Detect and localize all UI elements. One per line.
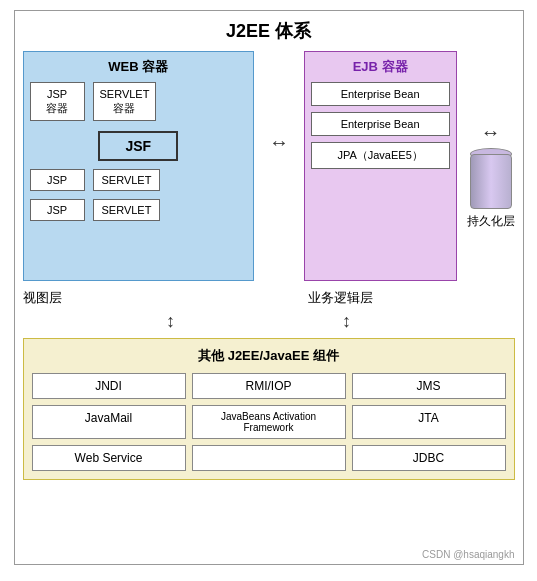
web-bottom-rows: JSP SERVLET JSP SERVLET [30, 169, 248, 221]
cylinder-body [470, 154, 512, 209]
top-section: WEB 容器 JSP 容器 SERVLET 容器 JSF JSP SERVLET [23, 51, 515, 281]
empty-box [192, 445, 346, 471]
web-row-1: JSP SERVLET [30, 169, 248, 191]
watermark: CSDN @hsaqiangkh [422, 549, 514, 560]
web-top-boxes: JSP 容器 SERVLET 容器 [30, 82, 248, 121]
servlet-box-2: SERVLET [93, 199, 161, 221]
webservice-box: Web Service [32, 445, 186, 471]
activation-box: JavaBeans Activation Framework [192, 405, 346, 439]
ejb-container-title: EJB 容器 [311, 58, 450, 76]
arrow-down-1: ↕ [166, 311, 175, 332]
jdbc-box: JDBC [352, 445, 506, 471]
jsf-box: JSF [98, 131, 178, 161]
cylinder-label: 持久化层 [467, 213, 515, 230]
labels-row: 视图层 业务逻辑层 [23, 289, 515, 307]
web-ejb-arrow-col: ↔ [264, 51, 294, 154]
jpa-box: JPA（JavaEE5） [311, 142, 450, 169]
spacer [268, 289, 298, 307]
bidirectional-arrow: ↔ [269, 131, 289, 154]
web-container-title: WEB 容器 [30, 58, 248, 76]
servlet-box-1: SERVLET [93, 169, 161, 191]
jms-box: JMS [352, 373, 506, 399]
logic-label: 业务逻辑层 [308, 289, 463, 307]
jsp-box-2: JSP [30, 199, 85, 221]
rmi-box: RMI/IOP [192, 373, 346, 399]
jsp-container-box: JSP 容器 [30, 82, 85, 121]
enterprise-bean-2: Enterprise Bean [311, 112, 450, 136]
arrow-down-2: ↕ [342, 311, 351, 332]
ejb-container: EJB 容器 Enterprise Bean Enterprise Bean J… [304, 51, 457, 281]
jsp-box-1: JSP [30, 169, 85, 191]
persistence-area: ↔ 持久化层 [467, 51, 515, 230]
jta-box: JTA [352, 405, 506, 439]
outer-container: J2EE 体系 WEB 容器 JSP 容器 SERVLET 容器 JSF JSP [14, 10, 524, 565]
javamail-box: JavaMail [32, 405, 186, 439]
jsf-area: JSF [30, 127, 248, 165]
view-label: 视图层 [23, 289, 258, 307]
other-container: 其他 J2EE/JavaEE 组件 JNDI RMI/IOP JMS JavaM… [23, 338, 515, 480]
cylinder-wrap: 持久化层 [467, 148, 515, 230]
vertical-arrows: ↕ ↕ [23, 311, 515, 332]
top-area: WEB 容器 JSP 容器 SERVLET 容器 JSF JSP SERVLET [23, 51, 515, 307]
web-container: WEB 容器 JSP 容器 SERVLET 容器 JSF JSP SERVLET [23, 51, 255, 281]
ejb-db-arrow: ↔ [481, 121, 501, 144]
servlet-container-box: SERVLET 容器 [93, 82, 157, 121]
web-row-2: JSP SERVLET [30, 199, 248, 221]
other-grid: JNDI RMI/IOP JMS JavaMail JavaBeans Acti… [32, 373, 506, 471]
jndi-box: JNDI [32, 373, 186, 399]
enterprise-bean-1: Enterprise Bean [311, 82, 450, 106]
other-title: 其他 J2EE/JavaEE 组件 [32, 347, 506, 365]
main-title: J2EE 体系 [23, 19, 515, 43]
